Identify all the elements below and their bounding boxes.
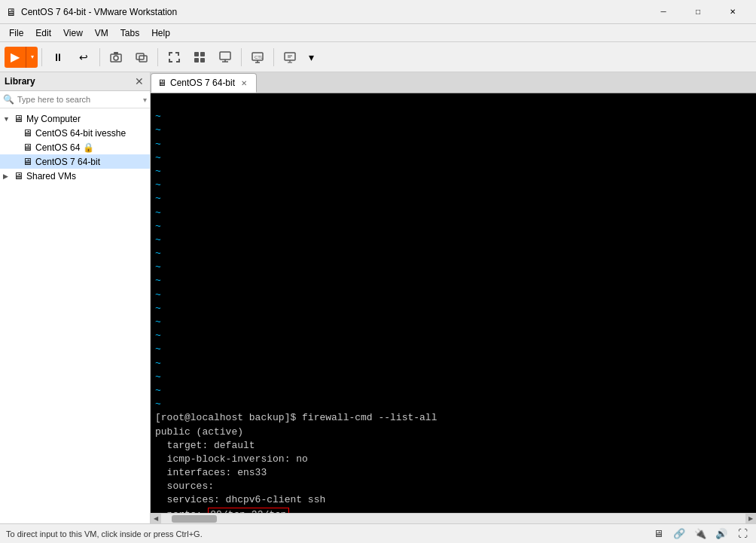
menu-tabs[interactable]: Tabs	[114, 26, 145, 40]
toolbar: ▶ ▾ ⏸ ↩ CTL ▾	[0, 42, 756, 72]
scroll-thumb[interactable]	[172, 515, 217, 523]
sidebar-item-centos64-ivesshe[interactable]: 🖥 CentOS 64-bit ivesshe	[0, 126, 150, 140]
sidebar-label-centos64-ivesshe: CentOS 64-bit ivesshe	[35, 128, 126, 139]
sidebar-item-my-computer[interactable]: ▼ 🖥 My Computer	[0, 111, 150, 126]
tilde-line: ~	[155, 193, 161, 204]
switch-view-button[interactable]	[213, 45, 237, 69]
send-ctrlaltdel-button[interactable]: CTL	[245, 45, 270, 69]
shared-vms-icon: 🖥	[14, 170, 23, 182]
app-icon: 🖥	[6, 6, 17, 18]
vm-icon-centos7-64: 🖥	[23, 156, 32, 167]
title-text: CentOS 7 64-bit - VMware Workstation	[21, 7, 646, 17]
tilde-line: ~	[155, 248, 161, 259]
terminal-output-services: services: dhcpv6-client ssh	[155, 494, 325, 505]
sidebar-title: Library	[5, 76, 35, 87]
terminal-output-interfaces: interfaces: ens33	[155, 467, 267, 478]
status-icon-fullscreen[interactable]: ⛶	[735, 526, 750, 541]
terminal-display[interactable]: ~ ~ ~ ~ ~ ~ ~ ~ ~ ~ ~ ~ ~ ~ ~ ~ ~ ~ ~ ~ …	[151, 93, 756, 513]
tab-vm-icon: 🖥	[157, 78, 166, 88]
snapshot-manager-button[interactable]	[130, 45, 154, 69]
computer-icon: 🖥	[14, 113, 23, 124]
search-dropdown-arrow[interactable]: ▾	[143, 96, 147, 104]
menubar: File Edit View VM Tabs Help	[0, 24, 756, 42]
sidebar-item-centos64[interactable]: 🖥 CentOS 64 🔒	[0, 140, 150, 154]
svg-rect-9	[220, 52, 230, 59]
horizontal-scrollbar[interactable]: ◀ ▶	[151, 513, 756, 523]
power-dropdown-button[interactable]: ▾	[26, 47, 38, 68]
snapshot-button[interactable]	[104, 45, 128, 69]
power-main-button[interactable]: ▶	[5, 47, 26, 68]
maximize-button[interactable]: □	[681, 0, 715, 24]
expand-icon-shared-vms: ▶	[3, 172, 12, 180]
sidebar-search-bar[interactable]: 🔍 ▾	[0, 91, 150, 108]
tab-label: CentOS 7 64-bit	[170, 78, 235, 88]
tilde-line: ~	[155, 152, 161, 163]
sidebar-tree: ▼ 🖥 My Computer 🖥 CentOS 64-bit ivesshe …	[0, 108, 150, 523]
menu-file[interactable]: File	[3, 26, 29, 40]
menu-edit[interactable]: Edit	[29, 26, 57, 40]
search-input[interactable]	[17, 95, 143, 104]
sidebar: Library ✕ 🔍 ▾ ▼ 🖥 My Computer 🖥 CentOS 6…	[0, 72, 151, 523]
vm-content-area[interactable]: 🖥 CentOS 7 64-bit ✕ ~ ~ ~ ~ ~ ~ ~ ~ ~ ~ …	[151, 72, 756, 523]
statusbar: To direct input to this VM, click inside…	[0, 523, 756, 543]
menu-vm[interactable]: VM	[89, 26, 114, 40]
status-icon-network[interactable]: 🔗	[672, 526, 687, 541]
tab-centos7-64[interactable]: 🖥 CentOS 7 64-bit ✕	[151, 73, 257, 93]
tab-close-button[interactable]: ✕	[241, 79, 247, 87]
menu-help[interactable]: Help	[145, 26, 176, 40]
tilde-line: ~	[155, 343, 161, 355]
svg-rect-6	[200, 52, 205, 56]
svg-rect-4	[139, 56, 147, 62]
unity-button[interactable]	[187, 45, 212, 69]
expand-icon-my-computer: ▼	[3, 115, 12, 123]
sidebar-item-centos7-64[interactable]: 🖥 CentOS 7 64-bit	[0, 154, 150, 169]
minimize-button[interactable]: ─	[646, 0, 681, 24]
main-layout: Library ✕ 🔍 ▾ ▼ 🖥 My Computer 🖥 CentOS 6…	[0, 72, 756, 523]
close-button[interactable]: ✕	[715, 0, 750, 24]
search-icon: 🔍	[3, 94, 14, 105]
sidebar-close-button[interactable]: ✕	[133, 75, 145, 87]
statusbar-icons: 🖥 🔗 🔌 🔊 ⛶	[651, 526, 750, 541]
status-icon-audio[interactable]: 🔊	[714, 526, 729, 541]
tilde-line: ~	[155, 166, 161, 177]
tilde-line: ~	[155, 221, 161, 232]
vm-icon-centos64-ivesshe: 🖥	[23, 127, 32, 139]
svg-rect-2	[114, 52, 118, 54]
ports-highlight: 80/tcp 22/tcp	[208, 508, 288, 513]
tilde-line: ~	[155, 275, 161, 286]
tilde-line: ~	[155, 398, 161, 410]
toolbar-separator-5	[273, 48, 274, 66]
svg-rect-3	[136, 53, 144, 59]
tilde-line: ~	[155, 316, 161, 328]
tilde-line: ~	[155, 330, 161, 341]
scroll-track[interactable]	[172, 515, 735, 523]
suspend-button[interactable]: ⏸	[46, 45, 70, 69]
view-options-dropdown[interactable]: ▾	[303, 45, 319, 69]
svg-rect-8	[200, 58, 205, 63]
sidebar-label-my-computer: My Computer	[26, 114, 81, 124]
tilde-line: ~	[155, 234, 161, 246]
sidebar-item-shared-vms[interactable]: ▶ 🖥 Shared VMs	[0, 169, 150, 183]
status-icon-usb[interactable]: 🔌	[693, 526, 708, 541]
terminal-output-target: target: default	[155, 440, 255, 451]
view-settings-button[interactable]	[278, 45, 302, 69]
status-icon-monitor[interactable]: 🖥	[651, 526, 666, 541]
toolbar-separator-4	[241, 48, 242, 66]
toolbar-separator-1	[41, 48, 42, 66]
menu-view[interactable]: View	[57, 26, 89, 40]
terminal-output-icmp-block: icmp-block-inversion: no	[155, 453, 308, 465]
scroll-left-button[interactable]: ◀	[151, 514, 161, 524]
svg-rect-5	[194, 52, 199, 56]
scroll-right-button[interactable]: ▶	[745, 514, 756, 524]
power-button-group: ▶ ▾	[5, 47, 38, 68]
terminal-command-line: [root@localhost backup]$ firewall-cmd --…	[155, 412, 437, 423]
sidebar-label-shared-vms: Shared VMs	[26, 171, 76, 182]
statusbar-text: To direct input to this VM, click inside…	[6, 529, 203, 538]
svg-text:CTL: CTL	[255, 55, 264, 59]
tilde-line: ~	[155, 289, 161, 300]
tab-bar: 🖥 CentOS 7 64-bit ✕	[151, 72, 756, 93]
tilde-line: ~	[155, 358, 161, 369]
fullscreen-button[interactable]	[162, 45, 186, 69]
terminal-output-sources: sources:	[155, 480, 220, 492]
revert-button[interactable]: ↩	[72, 45, 96, 69]
